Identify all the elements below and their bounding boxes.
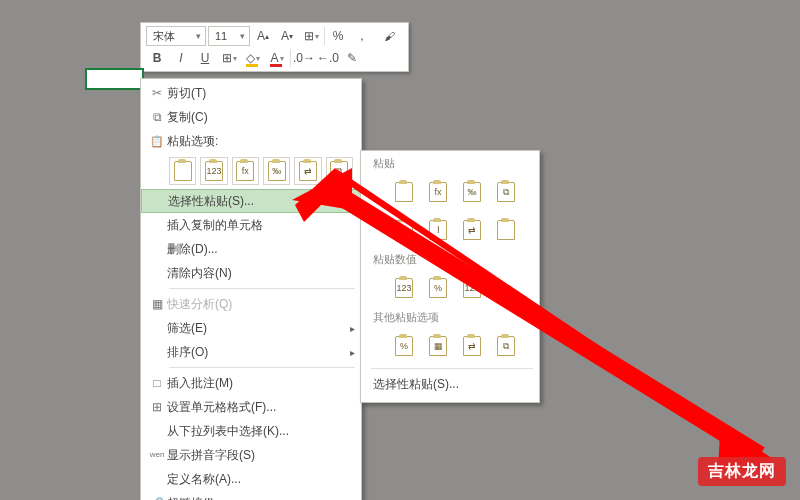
format-painter-icon[interactable] [375, 25, 403, 47]
menu-clear[interactable]: 清除内容(N) [141, 261, 361, 285]
paste-options-row: 123 fx ‰ ⇄ ⧉ [141, 153, 361, 189]
paste-opt[interactable]: ⇄ [457, 215, 487, 245]
font-color-icon[interactable]: A▾ [266, 47, 288, 69]
cut-icon [147, 86, 167, 100]
percent-style-icon[interactable]: % [327, 25, 349, 47]
format-cells-icon [147, 400, 167, 414]
menu-quick-analysis: 快速分析(Q) [141, 292, 361, 316]
paste-opt[interactable]: fx [423, 177, 453, 207]
paste-opt[interactable]: ‰ [457, 177, 487, 207]
chevron-right-icon: ▸ [350, 323, 355, 334]
menu-format-cells[interactable]: 设置单元格格式(F)... [141, 395, 361, 419]
menu-copy[interactable]: 复制(C) [141, 105, 361, 129]
chevron-right-icon: ▸ [350, 347, 355, 358]
font-size-value: 11 [211, 30, 237, 42]
submenu-heading-other: 其他粘贴选项 [361, 307, 539, 327]
submenu-heading-paste: 粘贴 [361, 153, 539, 173]
submenu-paste-special[interactable]: 选择性粘贴(S)... [361, 372, 539, 396]
menu-hyperlink[interactable]: 超链接(I)... [141, 491, 361, 500]
paste-opt[interactable]: ⧉ [491, 177, 521, 207]
context-menu: 剪切(T) 复制(C) 粘贴选项: 123 fx ‰ ⇄ ⧉ 选择性粘贴(S).… [140, 78, 362, 500]
paste-opt[interactable] [389, 177, 419, 207]
pinyin-icon [147, 451, 167, 459]
chevron-down-icon: ▾ [193, 31, 203, 41]
menu-separator [169, 367, 355, 368]
paste-opt-all[interactable] [169, 157, 196, 185]
comma-style-icon[interactable]: ， [351, 25, 373, 47]
decrease-decimal-icon[interactable]: ←.0 [317, 47, 339, 69]
menu-separator [371, 368, 533, 369]
font-size-combo[interactable]: 11 ▾ [208, 26, 250, 46]
font-name-combo[interactable]: 宋体 ▾ [146, 26, 206, 46]
italic-icon[interactable]: I [170, 47, 192, 69]
paste-special-submenu: 粘贴 fx ‰ ⧉ ⵏ ⇄ 粘贴数值 123 % 123 其他粘贴选项 % ▦ … [360, 150, 540, 403]
copy-icon [147, 110, 167, 124]
border-icon[interactable]: ⊞▾ [218, 47, 240, 69]
mini-toolbar: 宋体 ▾ 11 ▾ A▴ A▾ ⊞▾ % ， B I U ⊞▾ ◇▾ A▾ .0… [140, 22, 409, 72]
decrease-font-icon[interactable]: A▾ [276, 25, 298, 47]
chevron-down-icon: ▾ [237, 31, 247, 41]
selected-cell[interactable] [85, 68, 144, 90]
watermark: 吉林龙网 [698, 457, 786, 486]
paste-opt[interactable]: ⇄ [457, 331, 487, 361]
paste-opt[interactable] [389, 215, 419, 245]
menu-cut[interactable]: 剪切(T) [141, 81, 361, 105]
menu-insert-comment[interactable]: 插入批注(M) [141, 371, 361, 395]
paste-opt-formatting[interactable]: ‰ [263, 157, 290, 185]
paste-opt[interactable]: ⵏ [423, 215, 453, 245]
menu-paste-options-label: 粘贴选项: [141, 129, 361, 153]
menu-separator [169, 288, 355, 289]
menu-pick-from-list[interactable]: 从下拉列表中选择(K)... [141, 419, 361, 443]
increase-decimal-icon[interactable]: .0→ [293, 47, 315, 69]
clear-format-icon[interactable]: ✎ [341, 47, 363, 69]
paste-opt[interactable]: % [423, 273, 453, 303]
menu-delete[interactable]: 删除(D)... [141, 237, 361, 261]
paste-opt-formulas[interactable]: fx [232, 157, 259, 185]
menu-show-pinyin[interactable]: 显示拼音字段(S) [141, 443, 361, 467]
paste-opt[interactable]: ⧉ [491, 331, 521, 361]
bold-icon[interactable]: B [146, 47, 168, 69]
hyperlink-icon [147, 497, 167, 501]
paste-opt[interactable]: % [389, 331, 419, 361]
menu-paste-special[interactable]: 选择性粘贴(S)...▸ [141, 189, 361, 213]
paste-opt[interactable]: 123 [457, 273, 487, 303]
paste-icon [147, 135, 167, 148]
increase-font-icon[interactable]: A▴ [252, 25, 274, 47]
paste-opt-values[interactable]: 123 [200, 157, 227, 185]
chevron-right-icon: ▸ [349, 196, 354, 207]
merge-cells-icon[interactable]: ⊞▾ [300, 25, 322, 47]
paste-opt-link[interactable]: ⧉ [326, 157, 353, 185]
submenu-heading-values: 粘贴数值 [361, 249, 539, 269]
paste-opt[interactable]: 123 [389, 273, 419, 303]
underline-icon[interactable]: U [194, 47, 216, 69]
paste-opt[interactable]: ▦ [423, 331, 453, 361]
menu-define-name[interactable]: 定义名称(A)... [141, 467, 361, 491]
font-name-value: 宋体 [149, 29, 193, 44]
quick-analysis-icon [147, 297, 167, 311]
paste-opt[interactable] [491, 215, 521, 245]
menu-filter[interactable]: 筛选(E)▸ [141, 316, 361, 340]
fill-color-icon[interactable]: ◇▾ [242, 47, 264, 69]
comment-icon [147, 376, 167, 390]
menu-insert-copied[interactable]: 插入复制的单元格 [141, 213, 361, 237]
paste-opt-transpose[interactable]: ⇄ [294, 157, 321, 185]
menu-sort[interactable]: 排序(O)▸ [141, 340, 361, 364]
